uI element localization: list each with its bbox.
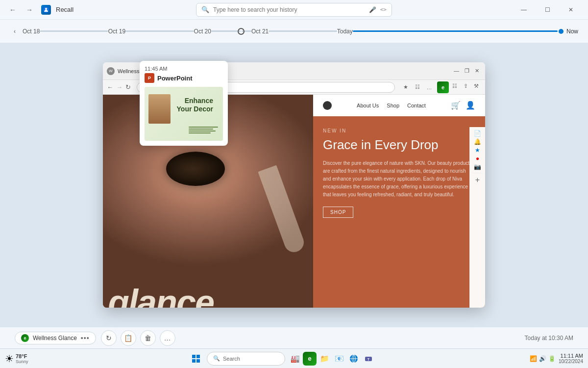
svg-text:T: T	[368, 358, 370, 361]
search-bar[interactable]: 🔍 🎤 <>	[196, 3, 392, 17]
close-button[interactable]: ✕	[560, 2, 582, 18]
timeline-oct18[interactable]: Oct 18	[23, 28, 40, 35]
svg-rect-5	[196, 359, 200, 363]
app-icon	[41, 5, 51, 15]
taskbar-app-files[interactable]: 📁	[318, 352, 331, 366]
site-logo-icon	[323, 101, 332, 110]
taskbar: ☀ 78°F Sunny 🔍 Search 🏭 e 📁 📧	[0, 348, 588, 368]
favorites-icon[interactable]: ★	[401, 82, 411, 92]
action-pill[interactable]: e Wellness Glance •••	[15, 332, 96, 344]
browser-minimize-btn[interactable]: —	[452, 68, 461, 74]
taskbar-left: ☀ 78°F Sunny	[0, 353, 64, 365]
browser-window-btns: — ❐ ✕	[452, 68, 481, 74]
sidebar-icon-5[interactable]: 📷	[474, 163, 481, 170]
action-icon-buttons: ↻ 📋 🗑 …	[101, 330, 175, 346]
browser-action-icons: ★ ☷ …	[401, 82, 434, 92]
delete-btn[interactable]: 🗑	[140, 330, 156, 346]
taskbar-search-label: Search	[223, 356, 240, 362]
collect-icon[interactable]: ⚒	[471, 81, 481, 91]
timeline-oct21[interactable]: Oct 21	[251, 28, 269, 35]
site-body: NEW IN Grace in Every Drop Discover the …	[313, 116, 485, 308]
nav-buttons: ← →	[6, 3, 36, 17]
timeline-oct19[interactable]: Oct 19	[108, 28, 125, 35]
taskbar-app-browser2[interactable]	[347, 352, 361, 366]
ppt-line-1	[189, 127, 218, 128]
ppt-line1: Enhance	[185, 97, 213, 105]
action-timestamp: Today at 10:30 AM	[525, 335, 573, 342]
code-icon[interactable]: <>	[380, 6, 387, 13]
svg-rect-4	[192, 359, 196, 363]
system-tray-icons: 📶 🔊 🔋	[530, 355, 556, 362]
svg-rect-2	[192, 355, 196, 358]
search-input[interactable]	[213, 6, 365, 13]
mic-icon[interactable]: 🎤	[369, 6, 376, 13]
timeline-line-oct21	[269, 30, 337, 32]
reading-view-icon[interactable]: ☷	[450, 81, 460, 91]
minimize-button[interactable]: —	[513, 2, 535, 18]
browser-restore-btn[interactable]: ❐	[463, 68, 471, 74]
more-options-btn[interactable]: …	[160, 330, 175, 346]
timeline-today[interactable]: Today	[337, 28, 353, 35]
sidebar-icon-2[interactable]: 🔔	[474, 138, 481, 145]
taskbar-apps: 🏭 e 📁 📧 T	[288, 352, 375, 366]
site-right-panel: About Us Shop Contact 🛒 👤 NEW IN Grace i…	[313, 95, 485, 308]
ppt-line-3	[189, 131, 216, 131]
taskbar-app-edge[interactable]: e	[303, 352, 317, 366]
weather-icon: ☀	[5, 353, 14, 365]
sidebar-icon-3[interactable]: ★	[475, 147, 480, 154]
edge-sidebar-buttons: e ☷ ⇪ ⚒	[437, 81, 481, 93]
taskbar-app-store[interactable]: 🏭	[288, 352, 302, 366]
eye-element	[166, 152, 225, 186]
edge-icon[interactable]: e	[437, 81, 449, 93]
ppt-headline: Enhance Your Decor	[177, 97, 213, 113]
site-description: Discover the pure elegance of nature wit…	[323, 159, 475, 199]
recall-btn[interactable]: ↻	[101, 330, 117, 346]
browser-close-btn[interactable]: ✕	[473, 68, 481, 74]
site-nav-right: 🛒 👤	[451, 101, 475, 110]
site-headline: Grace in Every Drop	[323, 137, 475, 153]
timeline-oct20[interactable]: Oct 20	[194, 28, 211, 35]
sidebar-icon-1[interactable]: 📄	[474, 130, 481, 137]
timeline-now[interactable]: Now	[566, 28, 578, 35]
back-button[interactable]: ←	[6, 3, 20, 17]
sidebar-add-icon[interactable]: +	[475, 176, 480, 184]
taskbar-app-outlook[interactable]: 📧	[332, 352, 346, 366]
timeline-back-arrow[interactable]: ‹	[10, 26, 20, 36]
edge-sidebar: 📄 🔔 ★ ● 📷 +	[469, 127, 485, 308]
sidebar-icon-4[interactable]: ●	[476, 155, 479, 162]
site-logo	[323, 101, 332, 110]
clock-time: 11:11 AM	[559, 353, 583, 359]
clock-date: 10/22/2024	[559, 359, 583, 364]
taskbar-app-teams[interactable]: T	[362, 352, 375, 366]
copy-btn[interactable]: 📋	[121, 330, 136, 346]
tab-groups-icon[interactable]: ☷	[413, 82, 422, 92]
forward-button[interactable]: →	[23, 3, 36, 17]
volume-icon[interactable]: 🔊	[539, 355, 546, 362]
browser-refresh-btn[interactable]: ↻	[125, 83, 131, 91]
shop-button[interactable]: SHOP	[323, 207, 353, 218]
sidebar-divider	[473, 173, 483, 173]
browser-back-btn[interactable]: ←	[107, 83, 113, 91]
ppt-line-4	[189, 132, 211, 133]
browser-forward-btn[interactable]: →	[116, 83, 122, 91]
windows-start-btn[interactable]	[188, 351, 204, 367]
nav-about[interactable]: About Us	[357, 103, 379, 108]
network-icon[interactable]: 📶	[530, 355, 537, 362]
timeline-cursor[interactable]	[238, 28, 245, 35]
nav-contact[interactable]: Contact	[407, 103, 426, 108]
taskbar-search[interactable]: 🔍 Search	[207, 352, 285, 366]
timeline-line-oct20	[211, 30, 241, 32]
more-icon[interactable]: …	[424, 82, 434, 92]
battery-icon[interactable]: 🔋	[548, 355, 556, 362]
datetime-display[interactable]: 11:11 AM 10/22/2024	[559, 353, 583, 364]
search-icon: 🔍	[201, 6, 209, 13]
pill-browser-icon: e	[21, 334, 29, 342]
nav-shop[interactable]: Shop	[387, 103, 399, 108]
account-icon[interactable]: 👤	[466, 101, 475, 110]
browser-window-controls: W	[107, 67, 115, 75]
ppt-thumbnail	[148, 94, 171, 124]
share-icon[interactable]: ⇪	[461, 81, 470, 91]
cart-icon[interactable]: 🛒	[451, 101, 461, 110]
weather-desc: Sunny	[16, 359, 28, 364]
maximize-button[interactable]: ☐	[536, 2, 559, 18]
